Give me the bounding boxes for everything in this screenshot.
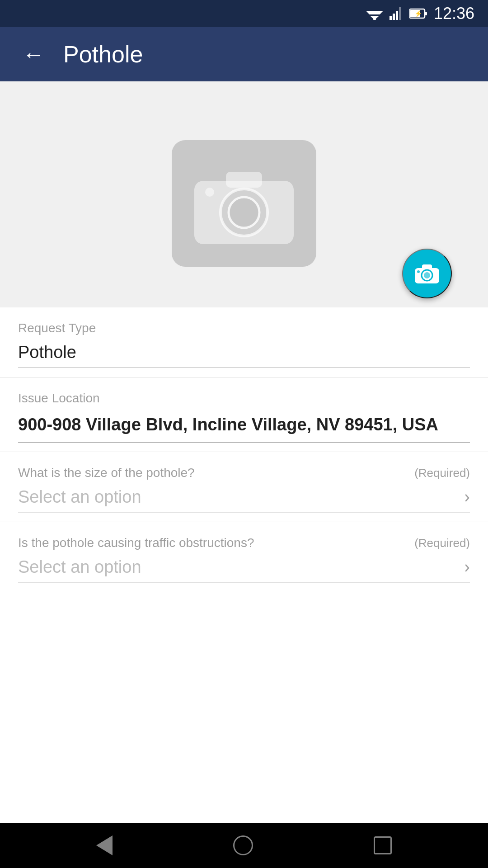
svg-rect-9	[425, 12, 427, 15]
camera-fab-icon	[414, 263, 440, 284]
svg-rect-13	[226, 172, 262, 188]
svg-rect-18	[422, 264, 432, 270]
svg-rect-5	[393, 14, 395, 20]
time-display: 12:36	[434, 4, 474, 23]
main-content: Request Type Pothole Issue Location 900-…	[0, 81, 488, 823]
svg-point-16	[205, 188, 214, 197]
battery-icon: ⚡	[409, 8, 427, 19]
svg-point-15	[229, 197, 259, 228]
traffic-obstruction-chevron-icon: ›	[464, 557, 470, 577]
signal-icon	[389, 7, 403, 20]
photo-placeholder	[172, 140, 316, 267]
nav-home-button[interactable]	[226, 828, 260, 863]
nav-recents-icon	[374, 836, 392, 854]
pothole-size-label: What is the size of the pothole?	[18, 466, 195, 480]
request-type-label: Request Type	[18, 321, 470, 335]
camera-placeholder-icon	[190, 158, 298, 249]
pothole-size-required: (Required)	[414, 466, 470, 480]
pothole-size-header: What is the size of the pothole? (Requir…	[18, 466, 470, 480]
form-section: Request Type Pothole Issue Location 900-…	[0, 307, 488, 823]
pothole-size-select-row[interactable]: Select an option ›	[18, 487, 470, 513]
traffic-obstruction-placeholder: Select an option	[18, 557, 141, 577]
pothole-size-placeholder: Select an option	[18, 487, 141, 507]
request-type-value: Pothole	[18, 343, 470, 368]
nav-back-icon	[96, 835, 113, 855]
app-bar: ← Pothole	[0, 27, 488, 81]
traffic-obstruction-select-row[interactable]: Select an option ›	[18, 557, 470, 583]
nav-bar	[0, 823, 488, 868]
nav-back-button[interactable]	[89, 828, 120, 863]
status-bar: ⚡ 12:36	[0, 0, 488, 27]
wifi-icon	[366, 7, 383, 20]
traffic-obstruction-header: Is the pothole causing traffic obstructi…	[18, 536, 470, 550]
page-title: Pothole	[63, 41, 143, 68]
traffic-obstruction-field[interactable]: Is the pothole causing traffic obstructi…	[0, 522, 488, 592]
traffic-obstruction-required: (Required)	[414, 536, 470, 550]
traffic-obstruction-label: Is the pothole causing traffic obstructi…	[18, 536, 254, 550]
svg-point-21	[417, 270, 420, 273]
nav-recents-button[interactable]	[366, 829, 399, 862]
issue-location-label: Issue Location	[18, 391, 470, 406]
svg-rect-6	[396, 11, 398, 20]
status-icons: ⚡ 12:36	[366, 4, 474, 23]
issue-location-field: Issue Location 900-908 Village Blvd, Inc…	[0, 377, 488, 452]
svg-rect-7	[399, 7, 401, 20]
nav-home-icon	[233, 835, 253, 855]
pothole-size-chevron-icon: ›	[464, 487, 470, 507]
photo-area	[0, 81, 488, 307]
svg-text:⚡: ⚡	[414, 10, 422, 18]
pothole-size-field[interactable]: What is the size of the pothole? (Requir…	[0, 452, 488, 522]
camera-fab-button[interactable]	[402, 249, 452, 298]
svg-rect-4	[389, 16, 392, 20]
back-button[interactable]: ←	[18, 38, 49, 71]
svg-point-20	[424, 272, 430, 278]
request-type-field: Request Type Pothole	[0, 307, 488, 377]
issue-location-value: 900-908 Village Blvd, Incline Village, N…	[18, 413, 470, 443]
